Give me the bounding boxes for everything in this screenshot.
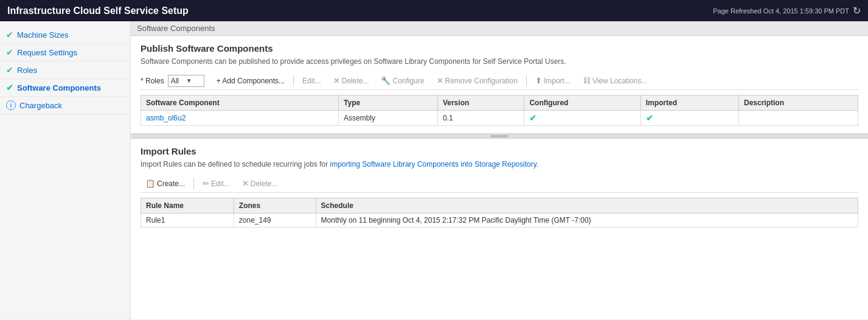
rule-name-cell: Rule1 (141, 214, 234, 228)
import-rules-section: Import Rules Import Rules can be defined… (131, 139, 868, 235)
x-icon: ✕ (242, 179, 249, 188)
sidebar-item-label: Roles (17, 66, 37, 75)
splitter-handle (490, 135, 509, 137)
edit-button[interactable]: Edit... (297, 75, 326, 87)
splitter[interactable] (131, 134, 868, 139)
description-cell (738, 111, 858, 126)
sidebar-item-label: Request Settings (17, 48, 77, 57)
publish-desc: Software Components can be published to … (141, 57, 858, 66)
sidebar-item-roles[interactable]: ✔ Roles (0, 61, 130, 79)
configured-cell: ✔ (524, 111, 641, 126)
sidebar-item-machine-sizes[interactable]: ✔ Machine Sizes (0, 26, 130, 44)
import-button[interactable]: ⬆ Import... (530, 74, 575, 87)
col-version: Version (437, 96, 524, 111)
info-icon: i (6, 100, 16, 110)
breadcrumb: Software Components (131, 21, 868, 36)
content-area: Software Components Publish Software Com… (131, 21, 868, 319)
roles-value: All (171, 77, 186, 85)
import-rule-row: Rule1 zone_149 Monthly on 11 beginning O… (141, 214, 858, 228)
refresh-icon[interactable]: ↻ (853, 5, 861, 16)
software-components-table: Software Component Type Version Configur… (141, 95, 858, 126)
chevron-down-icon: ▼ (186, 77, 201, 84)
check-icon: ✔ (6, 65, 13, 75)
zones-cell: zone_149 (234, 214, 316, 228)
upload-icon: ⬆ (535, 76, 542, 85)
publish-title: Publish Software Components (141, 43, 858, 54)
ir-edit-button[interactable]: ✏ Edit... (198, 177, 235, 190)
pencil-icon: ✏ (203, 179, 209, 188)
link-icon: ⛓ (583, 76, 591, 85)
sidebar-item-label: Software Components (17, 83, 101, 92)
sidebar: ✔ Machine Sizes ✔ Request Settings ✔ Rol… (0, 21, 131, 319)
app-header: Infrastructure Cloud Self Service Setup … (0, 0, 868, 21)
add-components-button[interactable]: + Add Components... (212, 75, 290, 87)
roles-label: * Roles (141, 77, 164, 85)
version-cell: 0.1 (437, 111, 524, 126)
col-zones: Zones (234, 198, 316, 214)
configure-button[interactable]: 🔧 Configure (376, 74, 429, 87)
app-title: Infrastructure Cloud Self Service Setup (7, 5, 189, 16)
import-rules-title: Import Rules (141, 146, 858, 156)
col-rule-name: Rule Name (141, 198, 234, 214)
col-schedule: Schedule (316, 198, 858, 214)
roles-select[interactable]: All ▼ (168, 75, 204, 87)
col-imported: Imported (641, 96, 738, 111)
view-locations-button[interactable]: ⛓ View Locations... (578, 74, 653, 87)
schedule-cell: Monthly on 11 beginning Oct 4, 2015 2:17… (316, 214, 858, 228)
col-configured: Configured (524, 96, 641, 111)
ir-delete-button[interactable]: ✕ Delete... (237, 177, 283, 190)
imported-cell: ✔ (641, 111, 738, 126)
minus-icon: ✕ (437, 76, 443, 85)
check-icon: ✔ (6, 47, 13, 57)
table-row: asmb_ol6u2 Assembly 0.1 ✔ ✔ (141, 111, 858, 126)
col-software-component: Software Component (141, 96, 339, 111)
sidebar-item-chargeback[interactable]: i Chargeback (0, 97, 130, 114)
import-desc-link[interactable]: importing Software Library Components in… (330, 160, 536, 169)
remove-config-button[interactable]: ✕ Remove Configuration (432, 74, 523, 87)
sidebar-item-label: Chargeback (19, 101, 62, 110)
check-icon: ✔ (6, 83, 13, 92)
check-icon: ✔ (6, 30, 13, 40)
sidebar-item-label: Machine Sizes (17, 30, 69, 40)
col-description: Description (738, 96, 858, 111)
import-rules-table: Rule Name Zones Schedule Rule1 zone_149 … (141, 198, 858, 228)
delete-button[interactable]: ✕ Delete... (328, 74, 374, 87)
col-type: Type (339, 96, 438, 111)
create-icon: 📋 (145, 179, 155, 188)
wrench-icon: 🔧 (381, 76, 391, 85)
create-button[interactable]: 📋 Create... (141, 177, 190, 190)
component-link[interactable]: asmb_ol6u2 (146, 114, 186, 122)
type-cell: Assembly (339, 111, 438, 126)
import-rules-desc: Import Rules can be defined to schedule … (141, 160, 858, 169)
sidebar-item-software-components[interactable]: ✔ Software Components (0, 79, 130, 97)
sidebar-item-request-settings[interactable]: ✔ Request Settings (0, 44, 130, 61)
refresh-text: Page Refreshed Oct 4, 2015 1:59:30 PM PD… (713, 7, 849, 15)
x-icon: ✕ (333, 76, 340, 85)
publish-section: Publish Software Components Software Com… (131, 36, 868, 134)
